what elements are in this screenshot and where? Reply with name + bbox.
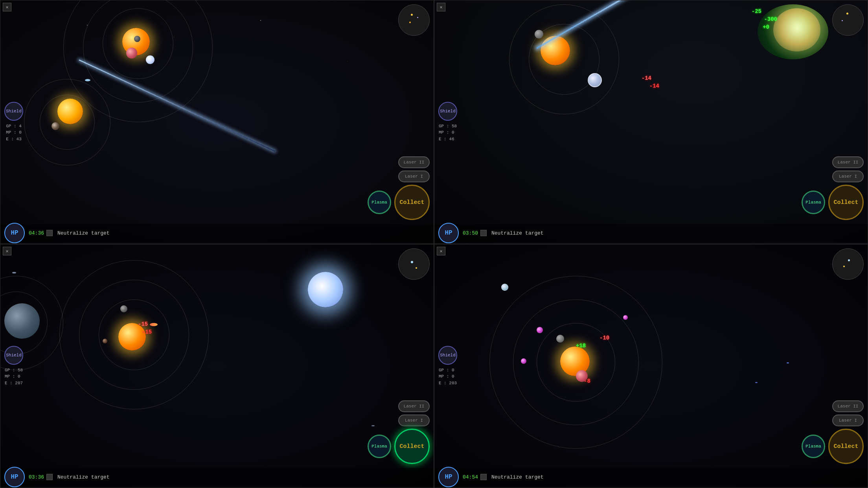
planet-bl-1 — [120, 305, 127, 312]
collect-btn-bl[interactable]: Collect — [394, 429, 430, 464]
minimap-br — [832, 248, 864, 280]
right-hud-tr: Laser II Laser I Plasma Collect — [802, 156, 864, 220]
plasma-btn-tl[interactable]: Plasma — [368, 191, 391, 214]
timer-tr: 03:50 — [463, 230, 478, 236]
ship-bl — [150, 323, 158, 326]
dmg-tr-2: -300 — [764, 16, 777, 22]
laser2-btn-br[interactable]: Laser II — [832, 400, 864, 412]
dmg-bl-1: -15 — [138, 321, 148, 327]
left-hud-tr: Shield GP : 58 MP : 0 E : 46 — [438, 102, 457, 143]
planet-br-purple1 — [537, 327, 543, 333]
close-button-tr[interactable]: ✕ — [437, 3, 445, 11]
plasma-btn-bl[interactable]: Plasma — [368, 435, 391, 458]
ship-br-2 — [755, 382, 758, 383]
ship-br-1 — [787, 362, 789, 363]
plasma-btn-br[interactable]: Plasma — [802, 435, 825, 458]
star-tl-2 — [57, 99, 83, 124]
plasma-btn-tr[interactable]: Plasma — [802, 191, 825, 214]
stats-bl: GP : 58 MP : 0 E : 207 — [5, 367, 23, 387]
dmg-bl-2: -15 — [142, 329, 152, 335]
close-button-tl[interactable]: ✕ — [3, 3, 11, 11]
objective-tl: Neutralize target — [57, 230, 110, 236]
objective-bl: Neutralize target — [57, 474, 110, 480]
planet-br-white — [501, 284, 508, 291]
star-tr-1 — [541, 36, 570, 65]
planet-tr-gray — [535, 30, 543, 39]
collect-btn-tr[interactable]: Collect — [828, 185, 864, 220]
planet-tl-dark — [134, 36, 140, 42]
hp-circle-tr: HP — [438, 223, 459, 243]
laser2-btn-bl[interactable]: Laser II — [398, 400, 430, 412]
stats-tr: GP : 58 MP : 0 E : 46 — [439, 123, 457, 143]
dmg-br-1: -10 — [600, 335, 609, 341]
dmg-tr-hit: -14 — [642, 75, 651, 81]
close-button-bl[interactable]: ✕ — [3, 247, 11, 255]
bottom-bar-tl: HP 04:36 Neutralize target — [0, 224, 434, 242]
planet-br-gray — [556, 335, 564, 343]
left-hud-tl: Shield GP : 4 MP : 0 E : 43 — [4, 102, 23, 143]
dmg-tr-hit2: -14 — [649, 83, 659, 89]
minimap-bl — [398, 248, 430, 280]
planet-br-purple3 — [623, 315, 628, 320]
minimap-tr — [832, 4, 864, 36]
planet-tl-companion — [51, 122, 59, 130]
bottom-bar-tr: HP 03:50 Neutralize target — [434, 224, 868, 242]
planet-tl-pink — [126, 48, 137, 59]
panel-bottom-left: ✕ -15 -15 — [0, 244, 434, 488]
planet-br-purple2 — [521, 358, 526, 364]
hp-circle-tl: HP — [4, 223, 25, 243]
explosion-tr — [750, 0, 828, 63]
panel-top-left: ✕ — [0, 0, 434, 244]
shield-btn-bl[interactable]: Shield — [4, 346, 23, 365]
right-hud-bl: Laser II Laser I Plasma Collect — [368, 400, 430, 464]
hp-circle-br: HP — [438, 467, 459, 487]
stats-tl: GP : 4 MP : 0 E : 43 — [6, 123, 22, 143]
timer-tl: 04:36 — [29, 230, 44, 236]
left-hud-bl: Shield GP : 58 MP : 0 E : 207 — [4, 346, 23, 387]
minimap-tl — [398, 4, 430, 36]
collect-btn-tl[interactable]: Collect — [394, 185, 430, 220]
planet-bl-2 — [103, 339, 107, 343]
objective-br: Neutralize target — [491, 474, 544, 480]
planet-tr-ring — [588, 73, 602, 87]
planet-tl-white — [146, 55, 154, 64]
laser1-btn-tr[interactable]: Laser I — [832, 171, 864, 182]
timer-icon-br — [480, 474, 487, 480]
collect-btn-br[interactable]: Collect — [828, 429, 864, 464]
panel-bottom-right: ✕ -10 +18 -8 — [434, 244, 868, 488]
planet-bl-moon — [4, 303, 40, 339]
laser1-btn-bl[interactable]: Laser I — [398, 415, 430, 426]
shield-btn-tl[interactable]: Shield — [4, 102, 23, 121]
timer-icon-tl — [46, 230, 53, 236]
laser2-btn-tl[interactable]: Laser II — [398, 156, 430, 168]
left-hud-br: Shield GP : 0 MP : 0 E : 203 — [438, 346, 457, 387]
close-button-br[interactable]: ✕ — [437, 247, 445, 255]
bottom-bar-br: HP 04:54 Neutralize target — [434, 468, 868, 486]
shield-btn-tr[interactable]: Shield — [438, 102, 457, 121]
hp-circle-bl: HP — [4, 467, 25, 487]
stats-br: GP : 0 MP : 0 E : 203 — [439, 367, 457, 387]
dmg-tr-1: -25 — [752, 8, 761, 15]
ship-bl-s1 — [12, 272, 16, 273]
game-grid: ✕ — [0, 0, 868, 488]
objective-tr: Neutralize target — [491, 230, 544, 236]
dmg-br-3: -8 — [584, 378, 590, 384]
timer-icon-bl — [46, 474, 53, 480]
timer-br: 04:54 — [463, 474, 478, 480]
laser2-btn-tr[interactable]: Laser II — [832, 156, 864, 168]
bottom-bar-bl: HP 03:36 Neutralize target — [0, 468, 434, 486]
star-bl-white — [308, 272, 343, 307]
panel-top-right: ✕ -25 -300 +0 -14 -14 — [434, 0, 868, 244]
ship-tl — [85, 79, 90, 81]
right-hud-br: Laser II Laser I Plasma Collect — [802, 400, 864, 464]
right-hud-tl: Laser II Laser I Plasma Collect — [368, 156, 430, 220]
timer-icon-tr — [480, 230, 487, 236]
dmg-br-2: +18 — [576, 343, 586, 349]
shield-btn-br[interactable]: Shield — [438, 346, 457, 365]
laser1-btn-tl[interactable]: Laser I — [398, 171, 430, 182]
dmg-tr-3: +0 — [763, 24, 769, 30]
laser1-btn-br[interactable]: Laser I — [832, 415, 864, 426]
timer-bl: 03:36 — [29, 474, 44, 480]
